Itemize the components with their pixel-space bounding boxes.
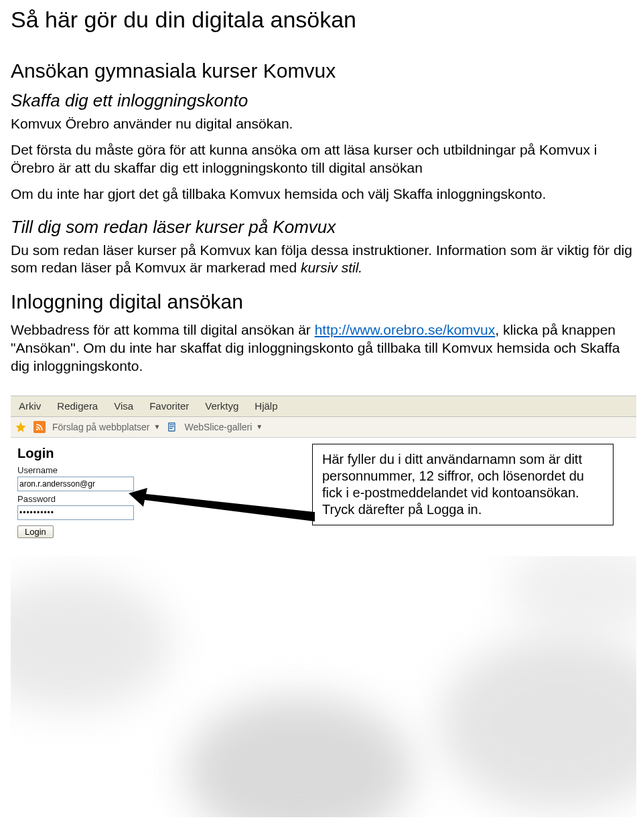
chevron-down-icon[interactable]: ▼: [256, 423, 263, 430]
menu-verktyg[interactable]: Verktyg: [205, 400, 238, 412]
subheading-redan-laser: Till dig som redan läser kurser på Komvu…: [11, 217, 636, 238]
linkbar-item-webslice[interactable]: WebSlice-galleri: [184, 422, 252, 432]
username-input[interactable]: [17, 477, 134, 491]
decorative-background: [11, 556, 636, 817]
linkbar-item-suggestions[interactable]: Förslag på webbplatser: [52, 422, 150, 432]
menu-redigera[interactable]: Redigera: [57, 400, 98, 412]
password-input[interactable]: [17, 505, 134, 520]
rss-icon[interactable]: [33, 421, 46, 433]
subheading-skaffa-konto: Skaffa dig ett inloggningskonto: [11, 90, 636, 111]
menu-favoriter[interactable]: Favoriter: [149, 400, 189, 412]
chevron-down-icon[interactable]: ▼: [154, 423, 161, 430]
paragraph: Det första du måste göra för att kunna a…: [11, 141, 636, 177]
menu-arkiv[interactable]: Arkiv: [19, 400, 41, 412]
document-page: Så här gör du din digitala ansökan Ansök…: [0, 0, 643, 840]
heading-ansokan: Ansökan gymnasiala kurser Komvux: [11, 60, 636, 82]
ie-page-icon: [167, 422, 177, 432]
menu-visa[interactable]: Visa: [114, 400, 133, 412]
page-title: Så här gör du din digitala ansökan: [11, 7, 636, 33]
instruction-callout: Här fyller du i ditt användarnamn som är…: [312, 444, 614, 525]
paragraph: Du som redan läser kurser på Komvux kan …: [11, 242, 636, 278]
menu-hjalp[interactable]: Hjälp: [255, 400, 277, 412]
svg-marker-2: [129, 488, 315, 521]
paragraph: Om du inte har gjort det gå tillbaka Kom…: [11, 185, 636, 203]
ie-menubar: Arkiv Redigera Visa Favoriter Verktyg Hj…: [11, 396, 636, 417]
callout-arrow-icon: [129, 488, 315, 531]
favorites-star-icon[interactable]: [15, 421, 27, 433]
screenshot-login: Arkiv Redigera Visa Favoriter Verktyg Hj…: [11, 396, 636, 538]
ie-linkbar: Förslag på webbplatser ▼ WebSlice-galler…: [11, 417, 636, 438]
login-button[interactable]: Login: [17, 525, 54, 538]
heading-inloggning: Inloggning digital ansökan: [11, 290, 636, 313]
paragraph: Webbadress för att komma till digital an…: [11, 321, 636, 375]
link-orebro-komvux[interactable]: http://www.orebro.se/komvux: [315, 322, 496, 337]
paragraph: Komvux Örebro använder nu digital ansöka…: [11, 115, 636, 133]
svg-point-0: [36, 428, 38, 430]
